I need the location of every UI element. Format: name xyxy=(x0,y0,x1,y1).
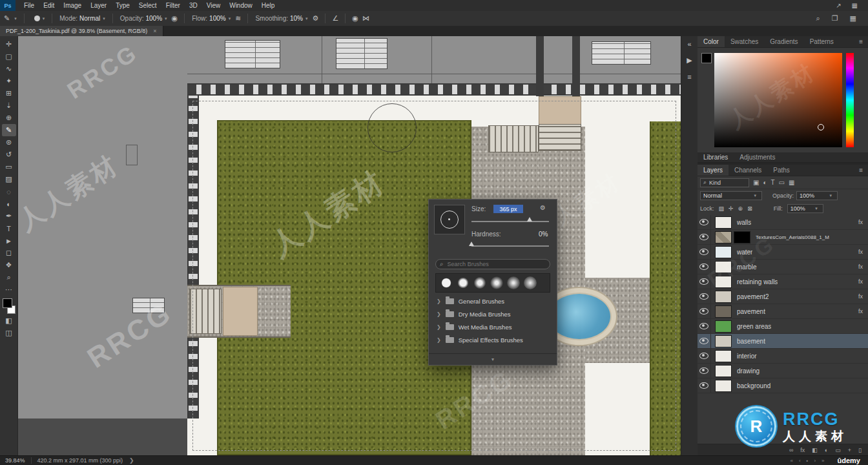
visibility-toggle[interactable] xyxy=(698,334,711,348)
visibility-toggle[interactable] xyxy=(698,245,711,259)
properties-panel-icon[interactable]: ▶ xyxy=(687,56,692,65)
lock-transparency-icon[interactable]: ▨ xyxy=(719,205,725,212)
hand-tool[interactable]: ❖ xyxy=(2,259,16,271)
airbrush-icon[interactable]: ≋ xyxy=(235,14,241,23)
brush-search-box[interactable]: ⌕ xyxy=(435,259,550,269)
marquee-tool[interactable]: ▢ xyxy=(2,50,16,63)
menu-file[interactable]: File xyxy=(19,2,39,9)
layer-thumbnail[interactable] xyxy=(715,231,732,243)
pen-tool[interactable]: ✒ xyxy=(2,210,16,222)
filter-adjustment-icon[interactable]: ◐ xyxy=(763,179,767,186)
layer-row-retaining-walls[interactable]: retaining walls fx xyxy=(698,274,868,289)
layer-row-background[interactable]: background xyxy=(698,378,868,393)
zoom-level-field[interactable]: 39.84% xyxy=(0,457,25,464)
brush-preset-icon[interactable] xyxy=(457,276,470,289)
gear-icon[interactable]: ⚙ xyxy=(540,204,546,211)
opacity-select[interactable]: 100% ▾ xyxy=(796,191,838,200)
layer-thumbnail[interactable] xyxy=(715,350,732,362)
tab-swatches[interactable]: Swatches xyxy=(725,36,764,47)
canvas[interactable]: 人人素材 RRCG 人人素材 RRCG RRCG 人人素材 xyxy=(18,36,681,455)
eraser-tool[interactable]: ▭ xyxy=(2,161,16,173)
menu-layer[interactable]: Layer xyxy=(86,2,111,9)
visibility-toggle[interactable] xyxy=(698,215,711,229)
mini-icon[interactable]: ▪ xyxy=(807,458,809,464)
blend-mode-select[interactable]: Normal ▾ xyxy=(700,191,762,200)
layer-thumbnail[interactable] xyxy=(715,380,732,392)
brush-angle-icon[interactable]: ∠ xyxy=(332,14,338,23)
tab-paths[interactable]: Paths xyxy=(767,165,796,176)
layer-thumbnail[interactable] xyxy=(715,335,732,347)
tool-preset-icon[interactable]: ✎ xyxy=(4,14,10,23)
layer-style-icon[interactable]: fx xyxy=(800,447,805,453)
visibility-toggle[interactable] xyxy=(698,378,711,393)
popup-resize-handle[interactable]: ▾ xyxy=(429,353,557,365)
share-icon[interactable]: ↗ xyxy=(836,2,841,9)
mini-icon[interactable]: » xyxy=(822,458,824,464)
layer-thumbnail[interactable] xyxy=(715,365,732,377)
visibility-toggle[interactable] xyxy=(698,349,711,363)
brush-tip-preview-icon[interactable] xyxy=(34,16,40,21)
shape-tool[interactable]: ◻ xyxy=(2,247,16,259)
layer-thumbnail[interactable] xyxy=(715,291,732,303)
menu-help[interactable]: Help xyxy=(257,2,280,9)
delete-layer-icon[interactable]: ▯ xyxy=(858,447,862,453)
close-tab-icon[interactable]: × xyxy=(153,28,156,34)
tab-color[interactable]: Color xyxy=(698,36,725,47)
layer-row-water[interactable]: water fx xyxy=(698,245,868,260)
hue-slider[interactable] xyxy=(846,53,854,147)
panel-menu-icon[interactable]: ≡ xyxy=(859,165,868,176)
tab-adjustments[interactable]: Adjustments xyxy=(734,152,781,162)
clone-stamp-tool[interactable]: ⊛ xyxy=(2,136,16,149)
brush-folder-wet-media[interactable]: ❯ Wet Media Brushes xyxy=(437,321,512,333)
lasso-tool[interactable]: ∿ xyxy=(2,63,16,75)
visibility-toggle[interactable] xyxy=(698,274,711,289)
layer-row-drawing[interactable]: drawing xyxy=(698,364,868,378)
path-select-tool[interactable]: ► xyxy=(2,234,16,247)
layer-row-texture[interactable]: TexturesCom_Aerials0088_1_M xyxy=(698,230,868,245)
visibility-toggle[interactable] xyxy=(698,289,711,304)
move-tool[interactable]: ✛ xyxy=(2,38,16,50)
layer-row-walls[interactable]: walls fx xyxy=(698,215,868,230)
menu-edit[interactable]: Edit xyxy=(39,2,59,9)
brush-preset-soft-icon[interactable] xyxy=(524,276,537,289)
visibility-toggle[interactable] xyxy=(698,319,711,333)
zoom-tool[interactable]: ⌕ xyxy=(2,271,16,284)
menu-view[interactable]: View xyxy=(202,2,225,9)
mini-icon[interactable]: › xyxy=(814,458,816,464)
brush-preset-icon[interactable] xyxy=(490,276,503,289)
fx-badge[interactable]: fx xyxy=(858,293,868,300)
tab-libraries[interactable]: Libraries xyxy=(698,152,734,162)
smoothing-select[interactable]: 10% xyxy=(290,15,303,22)
mode-select[interactable]: Normal xyxy=(79,15,100,22)
brush-folder-special-effects[interactable]: ❯ Special Effects Brushes xyxy=(437,334,523,346)
size-slider-handle[interactable] xyxy=(527,217,532,222)
healing-tool[interactable]: ⊕ xyxy=(2,112,16,124)
layer-thumbnail[interactable] xyxy=(715,216,732,229)
size-value-field[interactable]: 365 px xyxy=(493,205,523,213)
flow-select[interactable]: 100% xyxy=(209,15,226,22)
layer-thumbnail[interactable] xyxy=(715,261,732,273)
document-tab[interactable]: PDF_1-200_Taskinia.pdf @ 39.8% (Basement… xyxy=(0,26,163,36)
layer-row-pavement[interactable]: pavement fx xyxy=(698,304,868,319)
layer-thumbnail[interactable] xyxy=(715,320,732,333)
dodge-tool[interactable]: ◐ xyxy=(2,198,16,210)
layer-mask-thumbnail[interactable] xyxy=(734,231,750,243)
quick-mask-icon[interactable]: ◧ xyxy=(2,315,16,327)
visibility-toggle[interactable] xyxy=(698,230,711,244)
hardness-slider[interactable] xyxy=(471,245,549,247)
tab-channels[interactable]: Channels xyxy=(728,165,767,176)
color-swatches[interactable] xyxy=(2,298,16,315)
foreground-color-swatch[interactable] xyxy=(701,53,712,63)
workspace-switcher-icon[interactable]: ▦ xyxy=(850,14,856,23)
filter-smart-object-icon[interactable]: ▦ xyxy=(789,179,794,186)
brush-search-input[interactable] xyxy=(446,260,533,268)
brush-tool[interactable]: ✎ xyxy=(2,124,16,136)
mini-icon[interactable]: « xyxy=(790,458,792,464)
visibility-toggle[interactable] xyxy=(698,364,711,378)
panel-menu-icon[interactable]: ≡ xyxy=(859,36,868,47)
layer-mask-icon[interactable]: ◧ xyxy=(812,447,818,453)
brush-folder-dry-media[interactable]: ❯ Dry Media Brushes xyxy=(437,308,510,320)
menu-select[interactable]: Select xyxy=(134,2,161,9)
gear-icon[interactable]: ⚙ xyxy=(313,14,319,23)
layer-thumbnail[interactable] xyxy=(715,305,732,318)
